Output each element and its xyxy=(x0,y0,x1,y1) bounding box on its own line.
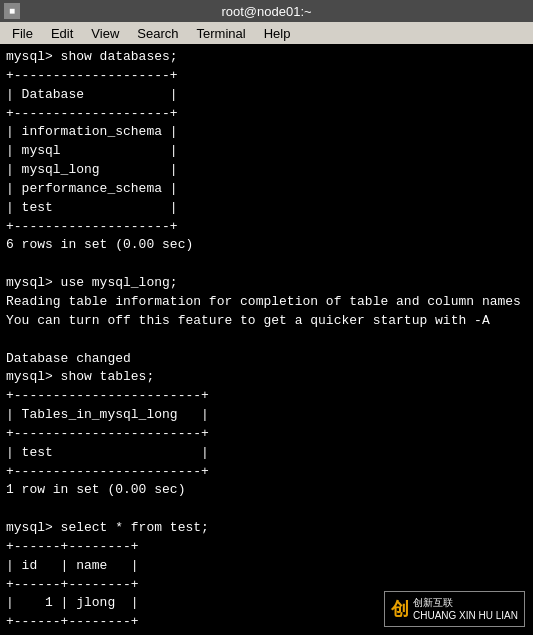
watermark-line2: CHUANG XIN HU LIAN xyxy=(413,609,518,622)
menu-terminal[interactable]: Terminal xyxy=(189,24,254,43)
menu-help[interactable]: Help xyxy=(256,24,299,43)
terminal-output[interactable]: mysql> show databases; +----------------… xyxy=(0,44,533,635)
menu-file[interactable]: File xyxy=(4,24,41,43)
menu-view[interactable]: View xyxy=(83,24,127,43)
menu-edit[interactable]: Edit xyxy=(43,24,81,43)
watermark: 创 创新互联 CHUANG XIN HU LIAN xyxy=(384,591,525,627)
menu-search[interactable]: Search xyxy=(129,24,186,43)
window-icon: ■ xyxy=(4,3,20,19)
window-title: root@node01:~ xyxy=(221,4,311,19)
watermark-line1: 创新互联 xyxy=(413,596,518,609)
title-bar: ■ root@node01:~ xyxy=(0,0,533,22)
menu-bar: File Edit View Search Terminal Help xyxy=(0,22,533,44)
watermark-logo: 创 xyxy=(391,597,409,621)
icon-symbol: ■ xyxy=(9,6,15,17)
watermark-text: 创新互联 CHUANG XIN HU LIAN xyxy=(413,596,518,622)
